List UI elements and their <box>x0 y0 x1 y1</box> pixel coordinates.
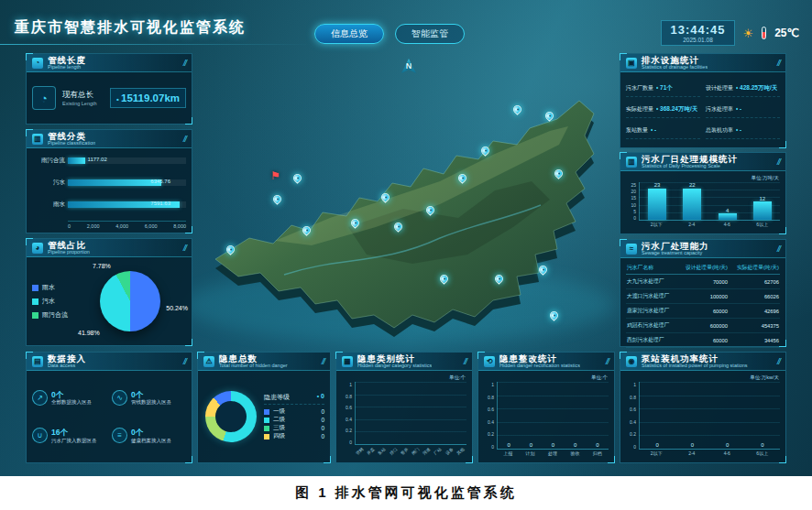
y-tick: 15 <box>626 195 636 201</box>
bar <box>753 201 772 220</box>
y-tick: 1 <box>484 382 494 387</box>
table-row: 唐家沱污水处理厂6000042696 <box>626 304 780 319</box>
legend-swatch <box>264 426 269 431</box>
pie-slice-label: 50.24% <box>166 305 188 311</box>
chart-area: 10.80.60.40.200000 <box>626 382 780 450</box>
access-value: 0个 <box>131 390 171 399</box>
y-tick: 0.2 <box>626 431 636 437</box>
decorative-slashes: // <box>464 357 466 366</box>
bar <box>648 189 666 220</box>
table-cell: 454375 <box>729 319 780 333</box>
x-tick-label: 处理 <box>542 450 564 459</box>
x-axis: 02,0004,0006,0008,000 <box>68 221 186 229</box>
bar-column: 0 <box>640 382 675 449</box>
facility-icon: ▣ <box>626 58 637 69</box>
u-pipe-icon: ∪ <box>32 428 48 443</box>
stat-value: - <box>736 126 741 133</box>
bar-column: 0 <box>565 382 587 449</box>
bar-track: 7591.63 <box>68 201 186 208</box>
stat-label: 实际处理量 <box>626 105 653 114</box>
stat-value: - <box>651 126 656 133</box>
stat-value: 71个 <box>656 84 673 92</box>
x-axis-labels: 上报计划处理验收归档 <box>484 450 609 459</box>
x-tick: 6,000 <box>145 223 158 229</box>
table-cell: 42696 <box>729 304 780 319</box>
table-head: 污水厂名称设计处理量(吨/天)实际处理量(吨/天) <box>626 262 780 275</box>
stat-label: 总装机功率 <box>706 126 733 135</box>
decorative-slashes: // <box>183 357 186 366</box>
y-tick: 0.6 <box>626 407 636 412</box>
tab-smart-supervision[interactable]: 智能监管 <box>395 24 465 44</box>
table-cell: 66026 <box>729 289 780 304</box>
panel-title: 数据接入 <box>48 354 86 364</box>
bar-column: 0 <box>710 382 745 449</box>
access-text: 0个全部数据接入区县 <box>51 390 92 406</box>
x-tick-label: 6以上 <box>745 450 781 459</box>
access-item: ∪16个污水厂接入数据区县 <box>32 428 106 443</box>
legend-swatch <box>264 418 269 423</box>
table-cell: 100000 <box>677 289 729 304</box>
vbar-chart: 10.80.60.40.2000000上报计划处理验收归档 <box>484 382 609 459</box>
chart-area: 10.80.60.40.20 <box>342 382 466 445</box>
panel-title: 管线分类 <box>48 132 95 141</box>
stat-label: 泵站数量 <box>626 126 648 135</box>
access-item: ↗0个全部数据接入区县 <box>32 390 106 406</box>
table-row: 大九污水处理厂7000062706 <box>626 275 780 289</box>
bar-value: 4 <box>726 208 729 214</box>
flag-marker-icon[interactable]: ⚑ <box>270 169 280 182</box>
bar-column <box>367 382 378 444</box>
panel-title: 隐患类别统计 <box>357 354 432 364</box>
bar-value: 0 <box>761 442 763 449</box>
panel-subtitle: Statistics of installed power of pumping… <box>642 364 748 369</box>
bar-column: 12 <box>745 182 780 220</box>
panel-title: 污水厂日处理规模统计 <box>642 155 738 164</box>
hidden-danger-donut <box>205 391 257 442</box>
treatment-capacity-table: 污水厂名称设计处理量(吨/天)实际处理量(吨/天)大九污水处理厂70000627… <box>626 262 780 348</box>
panel-pump-power: ◉ 泵站装机功率统计Statistics of installed power … <box>620 352 786 463</box>
panel-header: ▣ 排水设施统计Statistics of drainage facilitie… <box>620 54 785 72</box>
legend-item: 雨污合流 <box>32 310 85 320</box>
gauge-icon: ◔ <box>32 58 43 69</box>
clock-weather: 13:44:45 2025.01.08 ☀ 25℃ <box>661 20 799 46</box>
bar-value: 0 <box>530 442 532 449</box>
legend-label: 污水 <box>42 297 55 306</box>
bar-column: 23 <box>640 182 675 220</box>
panel-header: ⟲ 隐患整改统计Hidden danger rectification stat… <box>478 353 614 371</box>
legend-swatch <box>32 312 38 319</box>
bar-column: 0 <box>587 382 609 449</box>
legend-item: 雨水 <box>32 283 85 292</box>
hidden-danger-legend: 隐患等级 0 一级0二级0三级0四级0 <box>264 393 324 440</box>
level-value: 0 <box>321 425 324 431</box>
panel-hidden-danger-total: ⚠ 隐患总数Total number of hidden danger // 隐… <box>197 352 331 463</box>
legend-swatch <box>264 409 269 415</box>
tab-info-overview[interactable]: 信息总览 <box>314 24 384 44</box>
panel-treatment-capacity: ≈ 污水厂处理能力Sewage treatment capacity // 污水… <box>620 239 786 347</box>
table-cell: 大渡口污水处理厂 <box>626 289 677 304</box>
x-tick-label: 6以上 <box>745 221 781 230</box>
bar-track: 1177.02 <box>68 157 186 164</box>
y-axis: 10.80.60.40.20 <box>626 382 639 450</box>
stat-value: - <box>736 105 741 112</box>
pump-icon: ◉ <box>626 356 637 367</box>
bar-column <box>422 382 433 444</box>
decorative-slashes: // <box>777 157 780 167</box>
bar-chart-icon: ▥ <box>32 134 43 145</box>
branch-icon: ↗ <box>32 390 48 406</box>
column-header: 设计处理量(吨/天) <box>677 262 729 275</box>
data-access-grid: ↗0个全部数据接入区县∿0个管线数据接入区县∪16个污水厂接入数据区县≡0个健康… <box>32 374 186 459</box>
x-tick-label: 计划 <box>519 450 541 459</box>
table-row: 鸡冠石污水处理厂600000454375 <box>626 319 780 333</box>
x-tick-label: 2以下 <box>639 221 675 230</box>
column-header: 实际处理量(吨/天) <box>729 262 780 275</box>
panel-header: ▦ 隐患类别统计Hidden danger category statistic… <box>336 353 472 371</box>
decorative-slashes: // <box>777 357 780 366</box>
decorative-slashes: // <box>322 357 324 366</box>
facilities-stats-grid: 污水厂数量71个设计处理量428.25万吨/天实际处理量368.24万吨/天污水… <box>626 76 780 144</box>
bar-value: 1177.02 <box>88 157 107 162</box>
x-axis-labels: 2以下2-44-66以上 <box>626 450 780 459</box>
map-3d-terrain[interactable]: N ⚑ <box>165 44 642 360</box>
table-cell: 唐家沱污水处理厂 <box>626 304 677 319</box>
x-axis-labels: 管网井盖泵站排口窨井闸门河道厂站设备其他 <box>342 445 466 459</box>
panel-danger-rectification: ⟲ 隐患整改统计Hidden danger rectification stat… <box>477 352 615 463</box>
panel-subtitle: Pipeline proportion <box>48 250 90 255</box>
